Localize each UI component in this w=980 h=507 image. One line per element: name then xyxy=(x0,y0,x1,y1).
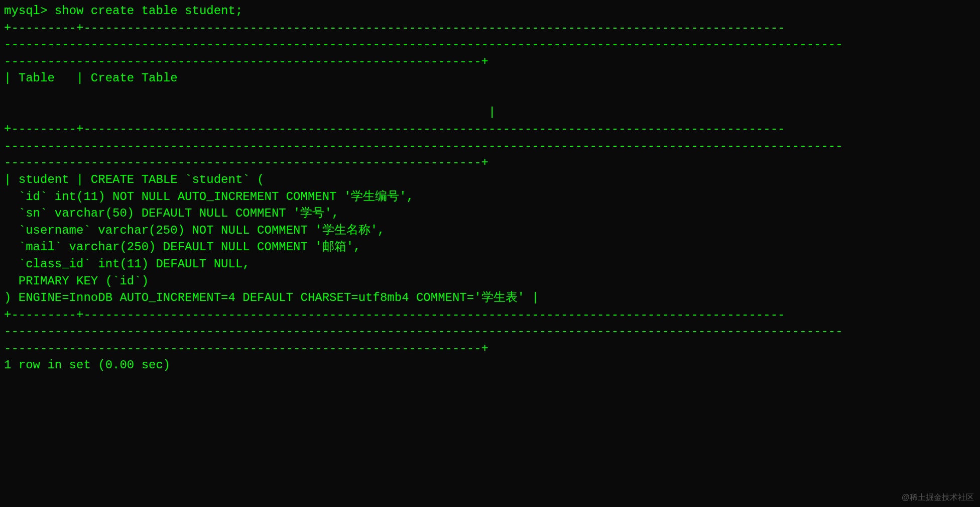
table-data-row: `mail` varchar(250) DEFAULT NULL COMMENT… xyxy=(4,240,361,254)
table-header-blank: | xyxy=(4,106,496,119)
table-data-row: PRIMARY KEY (`id`) xyxy=(4,274,149,288)
border-line: ----------------------------------------… xyxy=(4,342,488,355)
row-end: | xyxy=(525,291,539,305)
table-data-row: ) ENGINE=InnoDB AUTO_INCREMENT=4 DEFAULT… xyxy=(4,291,525,305)
table-data-row: `username` varchar(250) NOT NULL COMMENT… xyxy=(4,224,385,237)
table-data-row: `class_id` int(11) DEFAULT NULL, xyxy=(4,257,250,271)
border-line: ----------------------------------------… xyxy=(4,156,488,169)
table-data-row: `sn` varchar(50) DEFAULT NULL COMMENT '学… xyxy=(4,207,339,220)
border-line: +---------+-----------------------------… xyxy=(4,21,785,35)
watermark-text: @稀土掘金技术社区 xyxy=(902,492,974,503)
border-line: ----------------------------------------… xyxy=(4,38,843,51)
border-line: ----------------------------------------… xyxy=(4,325,843,338)
result-summary: 1 row in set (0.00 sec) xyxy=(4,358,170,372)
prompt: mysql> xyxy=(4,4,47,18)
table-header-row: | Table | Create Table xyxy=(4,71,178,85)
command: show create table student; xyxy=(55,4,242,18)
border-line: ----------------------------------------… xyxy=(4,55,488,68)
table-data-row: | student | CREATE TABLE `student` ( xyxy=(4,173,264,186)
terminal-output: mysql> show create table student; +-----… xyxy=(4,3,976,374)
border-line: +---------+-----------------------------… xyxy=(4,122,785,136)
border-line: +---------+-----------------------------… xyxy=(4,308,785,322)
border-line: ----------------------------------------… xyxy=(4,139,843,153)
table-data-row: `id` int(11) NOT NULL AUTO_INCREMENT COM… xyxy=(4,190,414,204)
